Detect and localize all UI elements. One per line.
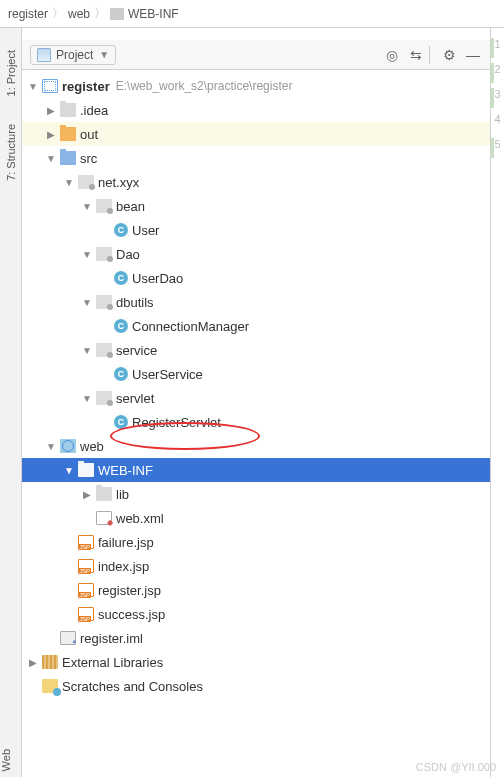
expand-toggle[interactable] bbox=[80, 393, 94, 404]
node-label: register.iml bbox=[80, 631, 143, 646]
expand-toggle[interactable] bbox=[44, 129, 58, 140]
tree-node-lib[interactable]: lib bbox=[22, 482, 490, 506]
node-label: net.xyx bbox=[98, 175, 139, 190]
tree-node-idea[interactable]: .idea bbox=[22, 98, 490, 122]
breadcrumb-item[interactable]: web bbox=[68, 7, 90, 21]
class-icon bbox=[114, 223, 128, 237]
folder-icon bbox=[60, 103, 76, 117]
folder-icon bbox=[96, 487, 112, 501]
expand-toggle[interactable] bbox=[44, 153, 58, 164]
class-icon bbox=[114, 367, 128, 381]
project-icon bbox=[37, 48, 51, 62]
tree-node-class[interactable]: User bbox=[22, 218, 490, 242]
tree-node-servlet[interactable]: servlet bbox=[22, 386, 490, 410]
node-label: .idea bbox=[80, 103, 108, 118]
tree-node-package[interactable]: net.xyx bbox=[22, 170, 490, 194]
tree-node-src[interactable]: src bbox=[22, 146, 490, 170]
tree-node-class[interactable]: ConnectionManager bbox=[22, 314, 490, 338]
package-icon bbox=[96, 343, 112, 357]
tree-node-class[interactable]: UserDao bbox=[22, 266, 490, 290]
project-panel: Project ▼ ◎ ⇆ ⚙ — register E:\web_work_s… bbox=[22, 28, 490, 777]
node-label: web bbox=[80, 439, 104, 454]
collapse-all-icon[interactable]: ⇆ bbox=[407, 46, 425, 64]
class-icon bbox=[114, 415, 128, 429]
line-number: 5 bbox=[494, 138, 500, 150]
tree-node-root[interactable]: register E:\web_work_s2\practice\registe… bbox=[22, 74, 490, 98]
node-label: UserService bbox=[132, 367, 203, 382]
library-icon bbox=[42, 655, 58, 669]
expand-toggle[interactable] bbox=[62, 177, 76, 188]
tree-node-service[interactable]: service bbox=[22, 338, 490, 362]
tree-node-scratches[interactable]: Scratches and Consoles bbox=[22, 674, 490, 698]
breadcrumb-item[interactable]: WEB-INF bbox=[128, 7, 179, 21]
breadcrumb: register 〉 web 〉 WEB-INF bbox=[0, 0, 504, 28]
tree-node-external-libraries[interactable]: External Libraries bbox=[22, 650, 490, 674]
locate-icon[interactable]: ◎ bbox=[383, 46, 401, 64]
expand-toggle[interactable] bbox=[80, 297, 94, 308]
project-view-selector[interactable]: Project ▼ bbox=[30, 45, 116, 65]
excluded-folder-icon bbox=[60, 127, 76, 141]
breadcrumb-item[interactable]: register bbox=[8, 7, 48, 21]
expand-toggle[interactable] bbox=[44, 441, 58, 452]
node-label: Scratches and Consoles bbox=[62, 679, 203, 694]
expand-toggle[interactable] bbox=[80, 345, 94, 356]
hide-icon[interactable]: — bbox=[464, 46, 482, 64]
tab-project[interactable]: 1: Project bbox=[3, 46, 19, 100]
source-folder-icon bbox=[60, 151, 76, 165]
node-label: servlet bbox=[116, 391, 154, 406]
tree-node-out[interactable]: out bbox=[22, 122, 490, 146]
node-label: lib bbox=[116, 487, 129, 502]
tree-node-web[interactable]: web bbox=[22, 434, 490, 458]
folder-icon bbox=[110, 8, 124, 20]
line-number: 3 bbox=[494, 88, 500, 100]
node-label: out bbox=[80, 127, 98, 142]
tree-node-dbutils[interactable]: dbutils bbox=[22, 290, 490, 314]
tree-node-jsp[interactable]: failure.jsp bbox=[22, 530, 490, 554]
tree-node-jsp[interactable]: index.jsp bbox=[22, 554, 490, 578]
tab-web[interactable]: Web bbox=[0, 749, 22, 771]
node-label: web.xml bbox=[116, 511, 164, 526]
expand-toggle[interactable] bbox=[26, 657, 40, 668]
expand-toggle[interactable] bbox=[80, 201, 94, 212]
module-icon bbox=[42, 79, 58, 93]
chevron-down-icon: ▼ bbox=[99, 49, 109, 60]
tree-node-webxml[interactable]: web.xml bbox=[22, 506, 490, 530]
jsp-file-icon bbox=[78, 607, 94, 621]
expand-toggle[interactable] bbox=[44, 105, 58, 116]
folder-icon bbox=[78, 463, 94, 477]
panel-title: Project bbox=[56, 48, 93, 62]
tree-node-webinf[interactable]: WEB-INF bbox=[22, 458, 490, 482]
package-icon bbox=[96, 391, 112, 405]
iml-file-icon bbox=[60, 631, 76, 645]
node-label: UserDao bbox=[132, 271, 183, 286]
jsp-file-icon bbox=[78, 559, 94, 573]
node-label: Dao bbox=[116, 247, 140, 262]
node-label: User bbox=[132, 223, 159, 238]
chevron-right-icon: 〉 bbox=[94, 5, 106, 22]
panel-header: Project ▼ ◎ ⇆ ⚙ — bbox=[22, 40, 490, 70]
expand-toggle[interactable] bbox=[80, 489, 94, 500]
tree-node-dao[interactable]: Dao bbox=[22, 242, 490, 266]
package-icon bbox=[96, 199, 112, 213]
tree-node-class[interactable]: UserService bbox=[22, 362, 490, 386]
line-number: 4 bbox=[494, 113, 500, 125]
tree-node-bean[interactable]: bean bbox=[22, 194, 490, 218]
node-label: index.jsp bbox=[98, 559, 149, 574]
expand-toggle[interactable] bbox=[80, 249, 94, 260]
node-label: RegisterServlet bbox=[132, 415, 221, 430]
tree-node-iml[interactable]: register.iml bbox=[22, 626, 490, 650]
expand-toggle[interactable] bbox=[26, 81, 40, 92]
tree-node-jsp[interactable]: success.jsp bbox=[22, 602, 490, 626]
tree-node-class-registerservlet[interactable]: RegisterServlet bbox=[22, 410, 490, 434]
node-label: bean bbox=[116, 199, 145, 214]
node-path: E:\web_work_s2\practice\register bbox=[116, 79, 293, 93]
tree-node-jsp[interactable]: register.jsp bbox=[22, 578, 490, 602]
left-tool-tabs: 1: Project 7: Structure bbox=[0, 28, 22, 777]
expand-toggle[interactable] bbox=[62, 465, 76, 476]
gear-icon[interactable]: ⚙ bbox=[440, 46, 458, 64]
project-tree[interactable]: register E:\web_work_s2\practice\registe… bbox=[22, 70, 490, 777]
xml-file-icon bbox=[96, 511, 112, 525]
tab-structure[interactable]: 7: Structure bbox=[3, 120, 19, 185]
class-icon bbox=[114, 319, 128, 333]
jsp-file-icon bbox=[78, 535, 94, 549]
